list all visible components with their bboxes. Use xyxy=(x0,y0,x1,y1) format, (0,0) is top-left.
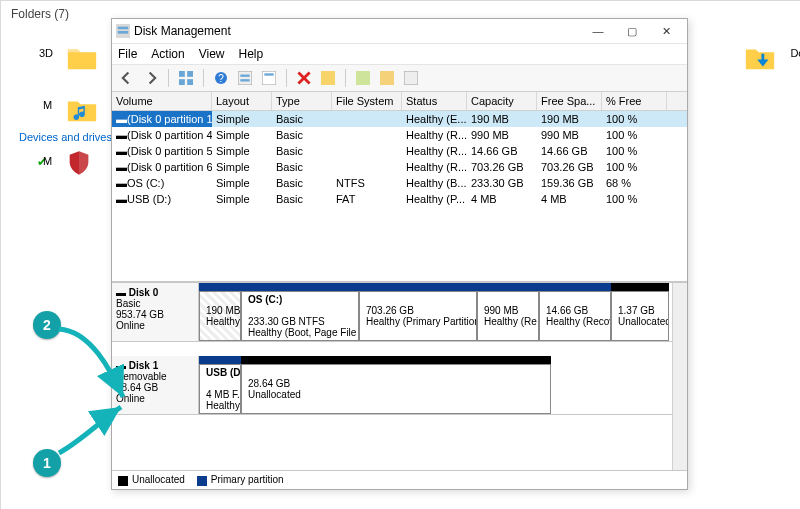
table-row[interactable]: ▬ (Disk 0 partition 4)SimpleBasicHealthy… xyxy=(112,127,687,143)
svg-rect-1 xyxy=(118,27,129,30)
col-capacity[interactable]: Capacity xyxy=(467,92,537,110)
partition-box[interactable]: 703.26 GBHealthy (Primary Partition xyxy=(359,291,477,341)
disk-management-window: Disk Management — ▢ ✕ File Action View H… xyxy=(111,18,688,490)
window-title: Disk Management xyxy=(134,24,581,38)
table-row[interactable]: ▬ USB (D:)SimpleBasicFATHealthy (P...4 M… xyxy=(112,191,687,207)
svg-rect-4 xyxy=(187,71,193,77)
svg-rect-13 xyxy=(264,73,273,75)
shield-icon xyxy=(65,149,93,179)
folder-icon xyxy=(65,41,99,77)
svg-rect-5 xyxy=(179,79,185,85)
grid-icon[interactable] xyxy=(177,69,195,87)
folder-label: 3D xyxy=(39,47,53,59)
col-volume[interactable]: Volume xyxy=(112,92,212,110)
table-row[interactable]: ▬ (Disk 0 partition 1)SimpleBasicHealthy… xyxy=(112,111,687,127)
back-button[interactable] xyxy=(118,69,136,87)
maximize-button[interactable]: ▢ xyxy=(615,19,649,43)
disk-graphical-view: ▬ Disk 0Basic953.74 GBOnline190 MBHealth… xyxy=(112,282,687,489)
col-type[interactable]: Type xyxy=(272,92,332,110)
titlebar[interactable]: Disk Management — ▢ ✕ xyxy=(112,19,687,44)
svg-rect-17 xyxy=(404,71,418,85)
folder-icon xyxy=(743,41,777,77)
action-icon[interactable] xyxy=(319,69,337,87)
svg-text:?: ? xyxy=(218,73,224,84)
menu-file[interactable]: File xyxy=(118,47,137,61)
svg-rect-16 xyxy=(380,71,394,85)
folder-label: Downl xyxy=(790,47,800,59)
folder-item-downloads[interactable]: Downl xyxy=(743,41,777,77)
forward-button[interactable] xyxy=(142,69,160,87)
col-status[interactable]: Status xyxy=(402,92,467,110)
svg-rect-12 xyxy=(262,71,276,85)
menu-help[interactable]: Help xyxy=(239,47,264,61)
svg-rect-6 xyxy=(187,79,193,85)
partition-box[interactable]: 14.66 GBHealthy (Recov xyxy=(539,291,611,341)
close-button[interactable]: ✕ xyxy=(649,19,683,43)
col-filesystem[interactable]: File System xyxy=(332,92,402,110)
col-layout[interactable]: Layout xyxy=(212,92,272,110)
disk-label: ▬ Disk 0Basic953.74 GBOnline xyxy=(112,283,199,341)
folder-item-music[interactable]: M xyxy=(65,93,99,129)
svg-rect-3 xyxy=(179,71,185,77)
table-row[interactable]: ▬ OS (C:)SimpleBasicNTFSHealthy (B...233… xyxy=(112,175,687,191)
legend: Unallocated Primary partition xyxy=(112,470,687,489)
minimize-button[interactable]: — xyxy=(581,19,615,43)
col-pctfree[interactable]: % Free xyxy=(602,92,667,110)
tag-icon[interactable] xyxy=(378,69,396,87)
partition-box[interactable]: 28.64 GBUnallocated xyxy=(241,364,551,414)
partition-box[interactable]: OS (C:)233.30 GB NTFSHealthy (Boot, Page… xyxy=(241,291,359,341)
folder-item-3d[interactable]: 3D xyxy=(65,41,99,77)
disk-row[interactable]: ▬ Disk 1Removable28.64 GBOnlineUSB (D4 M… xyxy=(112,356,672,415)
new-icon[interactable] xyxy=(354,69,372,87)
delete-icon[interactable] xyxy=(295,69,313,87)
volume-list: Volume Layout Type File System Status Ca… xyxy=(112,92,687,282)
menubar: File Action View Help xyxy=(112,44,687,65)
col-free[interactable]: Free Spa... xyxy=(537,92,602,110)
table-row[interactable]: ▬ (Disk 0 partition 5)SimpleBasicHealthy… xyxy=(112,143,687,159)
folder-icon xyxy=(65,93,99,129)
scrollbar[interactable] xyxy=(672,283,687,470)
drive-label: M xyxy=(43,155,52,167)
svg-rect-14 xyxy=(321,71,335,85)
help-icon[interactable]: ? xyxy=(212,69,230,87)
svg-rect-10 xyxy=(240,75,249,77)
callout-2: 2 xyxy=(33,311,61,339)
menu-action[interactable]: Action xyxy=(151,47,184,61)
disk-label: ▬ Disk 1Removable28.64 GBOnline xyxy=(112,356,199,414)
partition-box[interactable]: 190 MBHealthy xyxy=(199,291,241,341)
legend-unallocated: Unallocated xyxy=(132,474,185,485)
app-icon xyxy=(116,24,130,38)
list-icon[interactable] xyxy=(402,69,420,87)
toolbar: ? xyxy=(112,65,687,92)
folder-label: M xyxy=(43,99,52,111)
svg-rect-2 xyxy=(118,31,129,34)
partition-box[interactable]: USB (D4 MB F.Healthy xyxy=(199,364,241,414)
partition-box[interactable]: 990 MBHealthy (Re xyxy=(477,291,539,341)
svg-rect-11 xyxy=(240,79,249,81)
disk-row[interactable]: ▬ Disk 0Basic953.74 GBOnline190 MBHealth… xyxy=(112,283,672,342)
volume-list-header[interactable]: Volume Layout Type File System Status Ca… xyxy=(112,92,687,111)
refresh-icon[interactable] xyxy=(236,69,254,87)
table-row[interactable]: ▬ (Disk 0 partition 6)SimpleBasicHealthy… xyxy=(112,159,687,175)
properties-icon[interactable] xyxy=(260,69,278,87)
svg-rect-9 xyxy=(238,71,252,85)
svg-rect-15 xyxy=(356,71,370,85)
partition-box[interactable]: 1.37 GBUnallocated xyxy=(611,291,669,341)
menu-view[interactable]: View xyxy=(199,47,225,61)
legend-primary: Primary partition xyxy=(211,474,284,485)
drive-item[interactable]: M xyxy=(65,149,93,179)
callout-1: 1 xyxy=(33,449,61,477)
